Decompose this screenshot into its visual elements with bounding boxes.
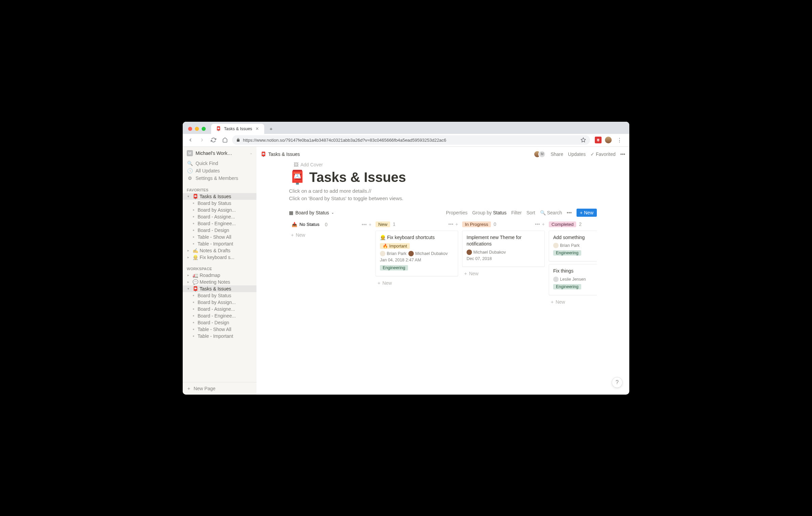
sidebar-page[interactable]: ▸ ✍️ Notes & Drafts <box>183 247 256 254</box>
column-add-icon[interactable]: + <box>455 221 458 227</box>
column-more-icon[interactable]: ••• <box>362 222 367 227</box>
page-label: Table - Show All <box>198 234 254 240</box>
person: Leslie Jensen <box>553 277 586 282</box>
page-icon: ✍️ <box>192 248 198 253</box>
sidebar-subpage[interactable]: • Board by Status <box>183 292 256 299</box>
properties-button[interactable]: Properties <box>446 210 468 215</box>
share-button[interactable]: Share <box>550 151 563 157</box>
page-title[interactable]: Tasks & Issues <box>309 170 406 185</box>
sidebar-page[interactable]: ▸ 👷 Fix keyboard s... <box>183 254 256 261</box>
sidebar-page[interactable]: ▸ 🚛 Roadmap <box>183 272 256 279</box>
view-selector[interactable]: ▦ Board by Status ⌄ <box>289 210 334 215</box>
column-more-icon[interactable]: ••• <box>448 221 453 227</box>
profile-avatar-icon[interactable] <box>605 137 612 143</box>
breadcrumb[interactable]: 📮 Tasks & Issues <box>261 151 300 157</box>
sidebar-subpage[interactable]: • Board - Design <box>183 227 256 234</box>
board-column-inprogress: In Progress 0 ••• + Implement new Theme … <box>462 221 545 306</box>
address-bar[interactable]: https://www.notion.so/79147fe0ba1a4b3487… <box>232 135 590 145</box>
page-label: Board - Design <box>198 320 254 325</box>
favorited-button[interactable]: ✓ Favorited <box>590 151 615 157</box>
forward-button[interactable] <box>198 136 206 144</box>
all-updates[interactable]: 🕓 All Updates <box>183 167 256 174</box>
sidebar-subpage[interactable]: • Board - Design <box>183 319 256 326</box>
inbox-icon: 📥 <box>292 222 297 227</box>
column-add-icon[interactable]: + <box>542 221 545 227</box>
back-button[interactable] <box>186 136 195 144</box>
toggle-icon[interactable]: ▸ <box>185 255 191 259</box>
toggle-icon[interactable]: ▸ <box>185 280 191 284</box>
add-card-button[interactable]: + New <box>289 231 371 239</box>
toggle-icon[interactable]: ▾ <box>185 287 191 290</box>
new-button[interactable]: + New <box>577 209 597 217</box>
presence-avatars[interactable]: M <box>534 150 546 158</box>
sidebar-subpage[interactable]: • Table - Important <box>183 333 256 339</box>
filter-button[interactable]: Filter <box>511 210 522 215</box>
view-more-icon[interactable]: ••• <box>567 210 572 215</box>
settings-members[interactable]: ⚙ Settings & Members <box>183 174 256 182</box>
home-button[interactable] <box>221 136 229 144</box>
page-emoji[interactable]: 📮 <box>289 169 306 185</box>
page-label: Board by Assign... <box>198 300 254 305</box>
column-add-icon[interactable]: + <box>369 222 371 227</box>
add-card-button[interactable]: + New <box>376 279 458 287</box>
updates-button[interactable]: Updates <box>568 151 586 157</box>
url-text: https://www.notion.so/79147fe0ba1a4b3487… <box>243 138 578 143</box>
url-bar: https://www.notion.so/79147fe0ba1a4b3487… <box>183 134 629 147</box>
page-label: Board - Design <box>198 228 254 233</box>
maximize-window-button[interactable] <box>202 127 206 131</box>
extension-icons: ⛨ ⋮ <box>593 136 626 144</box>
sidebar-subpage[interactable]: • Board - Enginee... <box>183 220 256 227</box>
toggle-icon[interactable]: ▸ <box>185 249 191 252</box>
column-header: 📥No Status 0 ••• + <box>289 221 371 228</box>
column-count: 0 <box>494 221 496 227</box>
search-button[interactable]: 🔍 Search <box>540 210 562 215</box>
sidebar-subpage[interactable]: • Table - Show All <box>183 234 256 240</box>
browser-tab[interactable]: 📮 Tasks & Issues × <box>211 124 264 134</box>
board-card[interactable]: Implement new Theme for notificationsMic… <box>462 231 545 267</box>
person: Brian Park <box>380 251 406 256</box>
reload-button[interactable] <box>209 136 218 144</box>
board-card[interactable]: Add somethingBrian ParkEngineering <box>549 231 597 262</box>
toggle-icon[interactable]: ▸ <box>185 273 191 277</box>
add-cover-button[interactable]: 🖼 Add Cover <box>289 162 323 169</box>
workspace-switcher[interactable]: M Michael's Work… ⌄ <box>183 147 256 160</box>
search-icon: 🔍 <box>187 161 193 166</box>
sidebar-subpage[interactable]: • Board by Assign... <box>183 207 256 213</box>
minimize-window-button[interactable] <box>195 127 199 131</box>
help-button[interactable]: ? <box>612 377 623 388</box>
page-label: Table - Show All <box>198 327 254 332</box>
bullet-icon: • <box>191 333 196 339</box>
star-icon[interactable] <box>581 137 586 143</box>
add-card-button[interactable]: + New <box>462 269 545 278</box>
sidebar-subpage[interactable]: • Table - Important <box>183 240 256 247</box>
workspace-section-header: WORKSPACE <box>183 265 256 272</box>
sidebar-subpage[interactable]: • Board by Status <box>183 200 256 207</box>
board-card[interactable]: 👷 Fix keyboard shortcuts🔥 ImportantBrian… <box>376 231 458 277</box>
sidebar-subpage[interactable]: • Board - Assigne... <box>183 306 256 312</box>
close-tab-button[interactable]: × <box>255 126 259 132</box>
close-window-button[interactable] <box>188 127 192 131</box>
sidebar-subpage[interactable]: • Table - Show All <box>183 326 256 333</box>
toggle-icon[interactable]: ▾ <box>185 194 191 198</box>
priority-tag: 🔥 Important <box>380 243 410 249</box>
board-card[interactable]: Fix thingsLeslie JensenEngineering <box>549 264 597 295</box>
sort-button[interactable]: Sort <box>526 210 535 215</box>
quick-find[interactable]: 🔍 Quick Find <box>183 160 256 167</box>
column-more-icon[interactable]: ••• <box>535 221 540 227</box>
sidebar-page[interactable]: ▾ 📮 Tasks & Issues <box>183 193 256 200</box>
more-menu-icon[interactable]: ••• <box>620 151 625 157</box>
group-by-button[interactable]: Group by Status <box>472 210 506 215</box>
extension-icon[interactable]: ⛨ <box>595 137 602 143</box>
browser-menu-icon[interactable]: ⋮ <box>615 136 624 144</box>
new-tab-button[interactable]: + <box>267 124 275 133</box>
card-people: Brian ParkMichael Dubakov <box>380 251 454 256</box>
column-count: 1 <box>393 221 396 227</box>
sidebar-subpage[interactable]: • Board by Assign... <box>183 299 256 306</box>
sidebar-subpage[interactable]: • Board - Assigne... <box>183 213 256 220</box>
sidebar-page[interactable]: ▸ 💬 Meeting Notes <box>183 279 256 285</box>
add-card-button[interactable]: + New <box>549 298 597 306</box>
sidebar-page[interactable]: ▾ 📮 Tasks & Issues <box>183 285 256 292</box>
page-description[interactable]: Click on a card to add more details.// C… <box>289 187 597 203</box>
new-page-button[interactable]: + New Page <box>183 382 256 395</box>
sidebar-subpage[interactable]: • Board - Enginee... <box>183 312 256 319</box>
